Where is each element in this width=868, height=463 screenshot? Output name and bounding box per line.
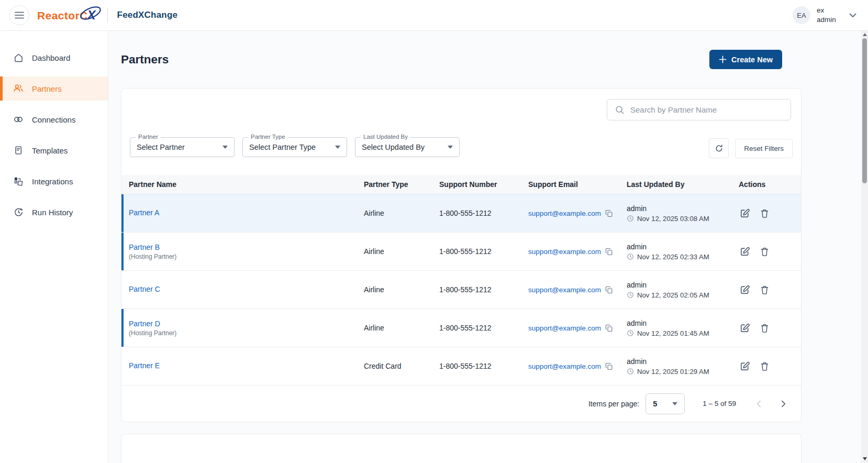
partner-name-link[interactable]: Partner D: [129, 319, 160, 328]
partner-type-value: Airline: [364, 324, 439, 332]
edit-icon: [739, 360, 751, 372]
copy-icon: [605, 209, 614, 218]
delete-partner-button[interactable]: [759, 208, 770, 219]
support-email-link[interactable]: support@example.com: [528, 324, 601, 332]
vertical-scrollbar[interactable]: [861, 31, 868, 463]
items-per-page-label: Items per page:: [588, 400, 639, 408]
sidebar-item-label: Run History: [32, 208, 73, 217]
previous-page-button[interactable]: [752, 396, 766, 411]
dropdown-caret-icon: [222, 146, 228, 149]
clock-icon: [627, 253, 634, 260]
user-avatar[interactable]: EA: [793, 6, 810, 24]
copy-email-button[interactable]: [605, 285, 614, 294]
partner-name-link[interactable]: Partner E: [129, 361, 160, 370]
main-content: Partners Create New Partner Select Partn…: [108, 31, 861, 463]
refresh-button[interactable]: [709, 138, 729, 158]
col-header-partner-type: Partner Type: [364, 180, 439, 189]
support-email-link[interactable]: support@example.com: [528, 210, 601, 217]
sidebar-item-partners[interactable]: Partners: [0, 76, 108, 101]
support-email-link[interactable]: support@example.com: [528, 362, 601, 370]
copy-icon: [605, 324, 614, 333]
partner-subtitle: (Hosting Partner): [129, 329, 364, 337]
updated-by-user: admin: [627, 281, 739, 289]
col-header-actions: Actions: [739, 180, 801, 189]
updated-by-user: admin: [627, 357, 739, 366]
user-name: ex admin: [817, 6, 841, 24]
dropdown-caret-icon: [672, 402, 677, 405]
copy-icon: [605, 247, 614, 256]
last-updated-by-filter-value: Select Updated By: [362, 143, 425, 151]
sidebar-item-label: Connections: [32, 115, 75, 124]
support-email-link[interactable]: support@example.com: [528, 286, 601, 294]
partner-type-value: Airline: [364, 209, 439, 217]
table-body: Partner A Airline 1-800-555-1212 support…: [121, 194, 801, 385]
hamburger-icon: [15, 12, 24, 19]
copy-email-button[interactable]: [605, 247, 614, 256]
col-header-partner-name: Partner Name: [129, 180, 364, 189]
link-icon: [13, 114, 24, 125]
sidebar: Dashboard Partners Connections Temp: [0, 31, 108, 463]
history-clock-icon: [13, 206, 24, 218]
refresh-icon: [714, 144, 724, 153]
user-menu-toggle[interactable]: [847, 11, 859, 20]
copy-icon: [605, 362, 614, 371]
table-row: Partner C Airline 1-800-555-1212 support…: [121, 270, 801, 308]
edit-partner-button[interactable]: [739, 246, 751, 258]
support-number-value: 1-800-555-1212: [439, 362, 528, 370]
sidebar-item-label: Templates: [32, 146, 68, 155]
copy-email-button[interactable]: [605, 362, 614, 371]
sidebar-item-templates[interactable]: Templates: [0, 138, 108, 162]
sidebar-item-dashboard[interactable]: Dashboard: [0, 46, 108, 70]
support-number-value: 1-800-555-1212: [439, 209, 528, 217]
col-header-support-number: Support Number: [439, 180, 528, 189]
partner-filter-label: Partner: [136, 134, 161, 140]
partner-type-filter-label: Partner Type: [248, 134, 288, 140]
partner-type-filter-value: Select Partner Type: [249, 143, 316, 151]
document-icon: [13, 145, 24, 156]
chevron-down-icon: [849, 13, 856, 18]
partner-name-link[interactable]: Partner A: [129, 208, 159, 217]
last-updated-by-filter-select[interactable]: Last Updated By Select Updated By: [355, 137, 460, 157]
items-per-page-value: 5: [653, 400, 657, 408]
next-section-card: [121, 434, 802, 463]
sidebar-item-label: Dashboard: [32, 53, 70, 62]
delete-partner-button[interactable]: [759, 323, 770, 334]
partner-type-value: Credit Card: [364, 362, 439, 370]
partner-name-link[interactable]: Partner C: [129, 285, 160, 293]
sidebar-item-connections[interactable]: Connections: [0, 107, 108, 131]
trash-icon: [759, 246, 770, 257]
edit-partner-button[interactable]: [739, 360, 751, 372]
edit-partner-button[interactable]: [739, 284, 751, 296]
updated-by-user: admin: [627, 319, 739, 327]
chevron-right-icon: [778, 399, 788, 409]
delete-partner-button[interactable]: [759, 361, 770, 372]
hamburger-menu-button[interactable]: [9, 5, 29, 25]
updated-at-timestamp: Nov 12, 2025 02:33 AM: [637, 253, 709, 261]
partner-type-filter-select[interactable]: Partner Type Select Partner Type: [242, 137, 347, 157]
copy-email-button[interactable]: [605, 209, 614, 218]
scrollbar-thumb[interactable]: [862, 38, 867, 183]
updated-by-user: admin: [627, 204, 739, 213]
partner-type-value: Airline: [364, 247, 439, 256]
delete-partner-button[interactable]: [759, 246, 770, 257]
create-new-button[interactable]: Create New: [709, 50, 782, 69]
next-page-button[interactable]: [776, 396, 791, 411]
sidebar-item-label: Partners: [32, 84, 62, 93]
items-per-page-select[interactable]: 5: [646, 393, 685, 414]
edit-icon: [739, 284, 751, 296]
sidebar-item-label: Integrations: [32, 177, 73, 186]
edit-partner-button[interactable]: [739, 322, 751, 334]
copy-email-button[interactable]: [605, 324, 614, 333]
delete-partner-button[interactable]: [759, 284, 770, 295]
reset-filters-button[interactable]: Reset Filters: [735, 139, 793, 158]
partner-name-link[interactable]: Partner B: [129, 243, 160, 251]
scrollbar-up-arrow-icon[interactable]: [863, 33, 867, 36]
edit-partner-button[interactable]: [739, 207, 751, 219]
support-email-link[interactable]: support@example.com: [528, 248, 601, 256]
scrollbar-down-arrow-icon[interactable]: [863, 457, 867, 460]
sidebar-item-run-history[interactable]: Run History: [0, 200, 108, 224]
partner-filter-select[interactable]: Partner Select Partner: [130, 137, 235, 157]
search-input[interactable]: [630, 105, 784, 114]
sidebar-item-integrations[interactable]: Integrations: [0, 169, 108, 193]
product-title: FeedXChange: [117, 10, 178, 20]
